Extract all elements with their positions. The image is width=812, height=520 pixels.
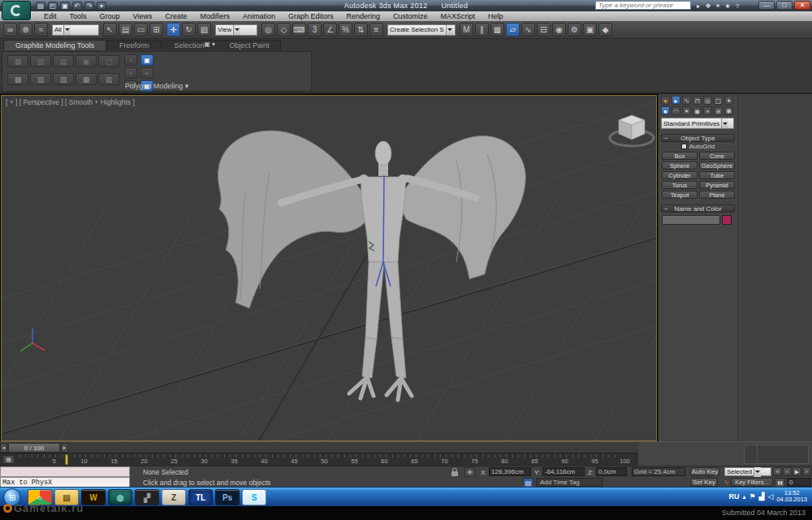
display-tab-icon[interactable]: ▢ (714, 96, 723, 105)
named-selection-set-dropdown[interactable]: Create Selection S (387, 24, 456, 36)
menu-item[interactable]: MAXScript (434, 12, 482, 20)
reference-coordinate-dropdown[interactable]: View (215, 24, 257, 36)
select-and-rotate-icon[interactable]: ↻ (182, 23, 196, 37)
menu-item[interactable]: Tools (63, 12, 93, 20)
utilities-tab-icon[interactable]: ✦ (724, 96, 733, 105)
selected-set-dropdown[interactable]: Selected (724, 467, 771, 476)
volume-icon[interactable]: ◁ (768, 492, 774, 501)
add-time-tag[interactable]: Add Time Tag (536, 478, 603, 487)
close-button[interactable]: ✕ (794, 1, 810, 10)
autogrid-checkbox[interactable] (681, 144, 687, 149)
menu-item[interactable]: Edit (37, 12, 63, 20)
ribbon-tab[interactable]: Freeform (107, 40, 162, 50)
keyboard-override-icon[interactable]: ⌨ (292, 23, 306, 37)
set-key-button[interactable]: Set Key (690, 478, 718, 487)
key-filters-button[interactable]: Key Filters... (731, 478, 773, 487)
curve-editor-icon[interactable]: ∿ (521, 23, 535, 37)
select-and-manipulate-icon[interactable]: ◇ (277, 23, 291, 37)
subscription-center-icon[interactable]: ❖ (703, 2, 713, 10)
unlink-selection-icon[interactable]: ⊗ (19, 23, 32, 37)
action-center-icon[interactable]: ⚑ (749, 492, 756, 501)
ribbon-button[interactable]: ▦ (7, 55, 28, 67)
taskbar-wow-icon[interactable]: W (81, 489, 106, 505)
favorites-icon[interactable]: ★ (723, 2, 732, 10)
object-type-button[interactable]: Box (662, 152, 698, 160)
taskbar-zbrush-icon[interactable]: Z (162, 489, 186, 505)
snap-toggle-3d-icon[interactable]: 3 (308, 23, 322, 37)
3dsmax-logo-icon[interactable] (2, 1, 31, 20)
use-pivot-center-icon[interactable]: ◎ (261, 23, 275, 37)
track-bar[interactable]: ▦ 51015202530354045505560657075808590951… (0, 453, 638, 466)
menu-item[interactable]: Create (158, 12, 193, 20)
maximize-button[interactable]: □ (776, 1, 793, 10)
clock[interactable]: 13:52 04.03.2013 (776, 490, 810, 503)
taskbar-app-icon[interactable]: ▞ (135, 489, 159, 505)
modify-tab-icon[interactable]: ∿ (682, 96, 691, 105)
menu-item[interactable]: Rendering (340, 12, 387, 20)
ribbon-button[interactable]: ▣ (76, 55, 97, 67)
select-by-name-icon[interactable]: ▤ (119, 23, 132, 37)
graphite-ribbon-toggle-icon[interactable]: ▱ (506, 23, 520, 37)
next-frame-arrow[interactable]: ► (61, 443, 68, 453)
menu-item[interactable]: Group (93, 12, 127, 20)
search-input[interactable] (595, 1, 691, 10)
play-icon[interactable]: ▶ (793, 467, 801, 476)
primitives-dropdown[interactable]: Standard Primitives (661, 118, 734, 129)
auto-key-button[interactable]: Auto Key (690, 467, 719, 476)
communication-center-icon[interactable]: ✶ (713, 2, 723, 10)
menu-item[interactable]: Animation (236, 12, 282, 20)
next-frame-icon[interactable]: › (802, 467, 811, 476)
rendered-frame-window-icon[interactable]: ▣ (583, 23, 597, 37)
geometry-category-icon[interactable]: ● (661, 106, 670, 115)
align-icon[interactable]: ∥ (475, 23, 489, 37)
ribbon-small-button[interactable]: ▫ (124, 67, 137, 79)
menu-item[interactable]: Modifiers (193, 12, 236, 20)
object-name-input[interactable] (662, 215, 720, 225)
percent-snap-icon[interactable]: % (339, 23, 352, 37)
tray-expand-icon[interactable]: ▴ (743, 493, 746, 501)
object-type-header[interactable]: − Object Type (661, 134, 735, 142)
current-frame-field[interactable]: 0 (787, 478, 811, 487)
polygon-modeling-caption[interactable]: Polygon Modeling ▾ (35, 82, 279, 90)
named-selection-sets-icon[interactable]: ≡ (369, 23, 383, 37)
taskbar-skype-icon[interactable]: S (242, 489, 266, 505)
help-icon[interactable]: ? (732, 2, 742, 10)
ribbon-button[interactable]: ▢ (98, 55, 119, 67)
open-mini-curve-editor-icon[interactable]: ▦ (2, 455, 15, 464)
object-type-button[interactable]: Plane (699, 191, 735, 199)
selection-filter-dropdown[interactable]: All (52, 24, 99, 36)
select-and-move-icon[interactable]: ✛ (166, 23, 180, 37)
lights-category-icon[interactable]: ✶ (682, 106, 691, 115)
ribbon-small-button[interactable]: ▫ (124, 54, 137, 66)
maxscript-mini-listener[interactable] (0, 466, 130, 477)
object-type-button[interactable]: GeoSphere (699, 161, 735, 170)
select-and-link-icon[interactable]: ∞ (3, 23, 17, 37)
ribbon-tab[interactable]: Graphite Modeling Tools (3, 40, 106, 50)
object-type-button[interactable]: Tube (699, 171, 735, 179)
menu-item[interactable]: Help (482, 12, 510, 20)
menu-item[interactable]: Views (127, 12, 159, 20)
bind-to-space-warp-icon[interactable]: ≈ (34, 23, 48, 37)
motion-tab-icon[interactable]: ◎ (703, 96, 712, 105)
space-warps-category-icon[interactable]: ≋ (714, 106, 723, 115)
render-setup-icon[interactable]: ⚙ (568, 23, 581, 37)
spinner-snap-icon[interactable]: ⇅ (354, 23, 368, 37)
layer-manager-icon[interactable]: ▦ (490, 23, 504, 37)
rectangular-selection-region-icon[interactable]: ▭ (134, 23, 148, 37)
previous-frame-arrow[interactable]: ◄ (0, 443, 7, 453)
z-coordinate-field[interactable]: 0,0cm (596, 467, 627, 476)
window-crossing-icon[interactable]: ⊞ (149, 23, 163, 37)
ribbon-button[interactable]: ▥ (30, 55, 51, 67)
network-icon[interactable]: ▟ (759, 492, 765, 501)
object-type-button[interactable]: Teapot (662, 191, 698, 199)
y-coordinate-field[interactable]: -64,116cm (542, 467, 585, 476)
object-type-button[interactable]: Pyramid (699, 181, 735, 189)
object-type-button[interactable]: Cylinder (662, 171, 698, 179)
systems-category-icon[interactable]: ✱ (724, 106, 733, 115)
minimize-button[interactable]: — (758, 1, 775, 10)
angel-model[interactable] (218, 131, 525, 400)
name-color-header[interactable]: − Name and Color (661, 204, 735, 213)
search-go-icon[interactable]: ▸ (693, 2, 703, 10)
taskbar-photoshop-icon[interactable]: Ps (215, 489, 240, 505)
object-type-button[interactable]: Torus (662, 181, 698, 189)
